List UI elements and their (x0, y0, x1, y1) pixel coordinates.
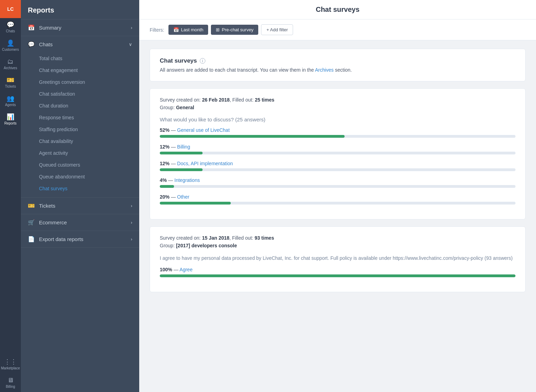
content-area: Chat surveys i All answers are added to … (139, 40, 536, 392)
rail-item-billing[interactable]: 🖥 Billing (0, 374, 21, 392)
sidebar-item-chat-availability[interactable]: Chat availability (21, 135, 139, 147)
bar-fill-3 (160, 185, 174, 188)
bar-track-1 (160, 152, 515, 154)
sidebar-item-chat-surveys[interactable]: Chat surveys (21, 183, 139, 194)
survey-card-2: Survey created on: 15 Jan 2018, Filled o… (150, 226, 526, 292)
bar-link-0[interactable]: General use of LiveChat (177, 127, 230, 133)
rail-item-reports[interactable]: 📊 Reports (0, 110, 21, 129)
bar-pct-4: 20% (160, 194, 170, 200)
bar-link-1[interactable]: Billing (177, 144, 190, 150)
bar-label-2: 12% — Docs, API implementation (160, 161, 515, 166)
sidebar-item-chat-engagement[interactable]: Chat engagement (21, 64, 139, 76)
filter-last-month[interactable]: 📅 Last month (168, 25, 208, 35)
reports-icon: 📊 (7, 114, 14, 120)
rail-item-archives[interactable]: 🗂 Archives (0, 55, 21, 73)
sidebar-item-tickets[interactable]: 🎫 Tickets › (21, 198, 139, 214)
rail-item-customers[interactable]: 👤 Customers (0, 37, 21, 55)
chats-nav-icon: 💬 (28, 41, 35, 48)
sidebar-item-response-times[interactable]: Response times (21, 112, 139, 123)
survey-1-meta-group: Group: General (160, 105, 515, 110)
sidebar-label-summary: Summary (39, 25, 61, 31)
bar-pct-3: 4% (160, 177, 167, 183)
sidebar-item-ecommerce[interactable]: 🛒 Ecommerce › (21, 214, 139, 231)
filter-last-month-label: Last month (181, 27, 203, 32)
sidebar-label-tickets: Tickets (39, 203, 55, 209)
rail-label-customers: Customers (2, 48, 19, 51)
sidebar-item-queue-abandonment[interactable]: Queue abandonment (21, 171, 139, 183)
bar-label-agree: 100% — Agree (160, 267, 515, 272)
sidebar-item-total-chats[interactable]: Total chats (21, 53, 139, 64)
bar-label-3: 4% — Integrations (160, 177, 515, 183)
chats-icon: 💬 (7, 22, 14, 28)
rail-label-marketplace: Marketplace (1, 366, 20, 370)
sidebar-section-tickets: 🎫 Tickets › (21, 198, 139, 214)
summary-icon: 📅 (28, 24, 35, 31)
bar-track-2 (160, 168, 515, 171)
ecommerce-icon: 🛒 (28, 219, 35, 226)
chats-sub-items: Total chats Chat engagement Greetings co… (21, 53, 139, 197)
filters-label: Filters: (150, 27, 164, 33)
sidebar-section-chats: 💬 Chats ∨ Total chats Chat engagement Gr… (21, 36, 139, 198)
info-icon: i (200, 58, 205, 64)
main-content: Chat surveys Filters: 📅 Last month ⊞ Pre… (139, 0, 536, 392)
intro-desc-end: section. (335, 67, 352, 73)
survey-2-meta-group: Group: [2017] developers console (160, 243, 515, 248)
survey-2-group: [2017] developers console (176, 243, 237, 248)
sidebar-item-chats[interactable]: 💬 Chats ∨ (21, 36, 139, 53)
survey-2-filled: 93 times (254, 235, 274, 241)
rail-item-marketplace[interactable]: ⋮⋮ Marketplace (0, 355, 21, 374)
sidebar-item-summary[interactable]: 📅 Summary › (21, 19, 139, 36)
filter-pre-chat-survey[interactable]: ⊞ Pre-chat survey (211, 25, 258, 35)
archives-icon: 🗂 (7, 58, 14, 65)
survey-1-question: What would you like to discuss? (25 answ… (160, 117, 515, 122)
bar-fill-1 (160, 152, 203, 154)
customers-icon: 👤 (7, 40, 14, 46)
sidebar-section-summary: 📅 Summary › (21, 19, 139, 36)
sidebar-item-staffing-prediction[interactable]: Staffing prediction (21, 123, 139, 135)
bar-link-3[interactable]: Integrations (174, 177, 200, 183)
bar-track-3 (160, 185, 515, 188)
chevron-chats: ∨ (129, 42, 132, 47)
rail-label-archives: Archives (4, 66, 17, 70)
sidebar-item-export[interactable]: 📄 Export data reports › (21, 231, 139, 247)
bar-fill-4 (160, 202, 231, 205)
filter-pre-chat-label: Pre-chat survey (222, 27, 253, 32)
chevron-ecommerce: › (131, 220, 132, 225)
rail-label-billing: Billing (6, 385, 15, 389)
chevron-summary: › (131, 25, 132, 30)
archives-link[interactable]: Archives (315, 67, 334, 73)
bar-link-4[interactable]: Other (177, 194, 189, 200)
sidebar-section-ecommerce: 🛒 Ecommerce › (21, 214, 139, 231)
sidebar-item-greetings-conversion[interactable]: Greetings conversion (21, 76, 139, 88)
rail-item-agents[interactable]: 👥 Agents (0, 92, 21, 110)
survey-2-question: I agree to have my personal data process… (160, 255, 515, 262)
survey-2-question-text: I agree to have my personal data process… (160, 255, 483, 261)
page-title: Chat surveys (139, 0, 536, 19)
sidebar-item-agent-activity[interactable]: Agent activity (21, 147, 139, 159)
bar-label-1: 12% — Billing (160, 144, 515, 150)
intro-title-text: Chat surveys (160, 57, 197, 64)
bar-pct-2: 12% (160, 161, 170, 166)
bar-row-1: 12% — Billing (160, 144, 515, 154)
sidebar-label-export: Export data reports (39, 236, 84, 242)
intro-card-desc: All answers are added to each chat trans… (160, 67, 515, 73)
tickets-icon: 🎫 (7, 77, 14, 83)
bar-fill-2 (160, 168, 203, 171)
bar-link-2[interactable]: Docs, API implementation (177, 161, 233, 166)
intro-desc-text: All answers are added to each chat trans… (160, 67, 314, 73)
bar-row-agree: 100% — Agree (160, 267, 515, 277)
bar-pct-0: 52% (160, 127, 170, 133)
rail-item-tickets[interactable]: 🎫 Tickets (0, 73, 21, 92)
rail-label-tickets: Tickets (5, 85, 16, 88)
bar-link-agree[interactable]: Agree (180, 267, 192, 272)
sidebar-item-chat-satisfaction[interactable]: Chat satisfaction (21, 88, 139, 100)
sidebar-item-queued-customers[interactable]: Queued customers (21, 159, 139, 171)
filter-add[interactable]: + Add filter (261, 24, 293, 35)
rail-item-chats[interactable]: 💬 Chats (0, 18, 21, 37)
survey-card-1: Survey created on: 26 Feb 2018, Filled o… (150, 88, 526, 219)
sidebar-header: Reports (21, 0, 139, 19)
agents-icon: 👥 (7, 95, 14, 102)
intro-card: Chat surveys i All answers are added to … (150, 49, 526, 81)
sidebar-item-chat-duration[interactable]: Chat duration (21, 100, 139, 112)
bar-pct-agree: 100% (160, 267, 172, 272)
